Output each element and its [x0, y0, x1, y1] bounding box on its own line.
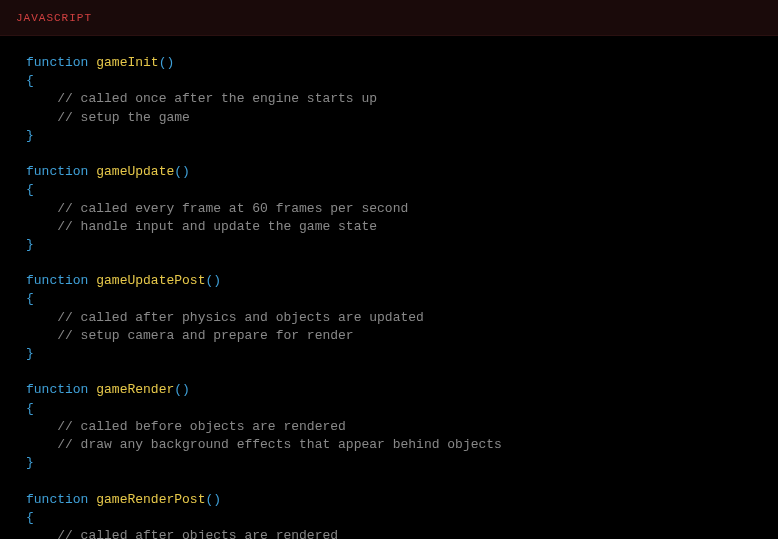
indent — [26, 91, 57, 106]
comment: // handle input and update the game stat… — [57, 219, 377, 234]
code-line: { — [8, 181, 770, 199]
code-line: } — [8, 236, 770, 254]
keyword: function — [26, 382, 88, 397]
code-line: } — [8, 454, 770, 472]
code-line: { — [8, 72, 770, 90]
code-line: // called before objects are rendered — [8, 418, 770, 436]
code-line: // called after physics and objects are … — [8, 309, 770, 327]
code-line: function gameRenderPost() — [8, 491, 770, 509]
blank-line — [8, 472, 770, 490]
code-line: // setup camera and prepare for render — [8, 327, 770, 345]
brace-close: } — [26, 237, 34, 252]
comment: // called after objects are rendered — [57, 528, 338, 539]
code-line: function gameInit() — [8, 54, 770, 72]
code-line: { — [8, 400, 770, 418]
indent — [26, 219, 57, 234]
code-line: // setup the game — [8, 109, 770, 127]
indent — [26, 419, 57, 434]
brace-open: { — [26, 291, 34, 306]
code-line: // handle input and update the game stat… — [8, 218, 770, 236]
brace-open: { — [26, 182, 34, 197]
keyword: function — [26, 55, 88, 70]
brace-open: { — [26, 73, 34, 88]
code-header: JAVASCRIPT — [0, 0, 778, 36]
indent — [26, 437, 57, 452]
keyword: function — [26, 492, 88, 507]
paren-close: ) — [166, 55, 174, 70]
paren-close: ) — [182, 164, 190, 179]
comment: // setup the game — [57, 110, 190, 125]
code-line: { — [8, 290, 770, 308]
brace-open: { — [26, 401, 34, 416]
blank-line — [8, 254, 770, 272]
comment: // draw any background effects that appe… — [57, 437, 502, 452]
paren-close: ) — [213, 492, 221, 507]
paren-open: ( — [174, 164, 182, 179]
brace-open: { — [26, 510, 34, 525]
blank-line — [8, 363, 770, 381]
code-line: // called every frame at 60 frames per s… — [8, 200, 770, 218]
brace-close: } — [26, 455, 34, 470]
function-name: gameRender — [96, 382, 174, 397]
keyword: function — [26, 164, 88, 179]
code-line: { — [8, 509, 770, 527]
indent — [26, 110, 57, 125]
brace-close: } — [26, 346, 34, 361]
blank-line — [8, 145, 770, 163]
function-name: gameRenderPost — [96, 492, 205, 507]
keyword: function — [26, 273, 88, 288]
function-name: gameUpdate — [96, 164, 174, 179]
code-line: function gameRender() — [8, 381, 770, 399]
indent — [26, 201, 57, 216]
comment: // called every frame at 60 frames per s… — [57, 201, 408, 216]
function-name: gameUpdatePost — [96, 273, 205, 288]
comment: // setup camera and prepare for render — [57, 328, 353, 343]
brace-close: } — [26, 128, 34, 143]
code-block: function gameInit() { // called once aft… — [0, 36, 778, 539]
code-line: } — [8, 345, 770, 363]
indent — [26, 528, 57, 539]
indent — [26, 328, 57, 343]
code-line: // called once after the engine starts u… — [8, 90, 770, 108]
code-line: function gameUpdatePost() — [8, 272, 770, 290]
code-line: // draw any background effects that appe… — [8, 436, 770, 454]
comment: // called once after the engine starts u… — [57, 91, 377, 106]
paren-close: ) — [182, 382, 190, 397]
language-label: JAVASCRIPT — [16, 12, 92, 24]
comment: // called after physics and objects are … — [57, 310, 424, 325]
indent — [26, 310, 57, 325]
comment: // called before objects are rendered — [57, 419, 346, 434]
code-line: // called after objects are rendered — [8, 527, 770, 539]
paren-open: ( — [174, 382, 182, 397]
function-name: gameInit — [96, 55, 158, 70]
paren-close: ) — [213, 273, 221, 288]
code-line: } — [8, 127, 770, 145]
code-line: function gameUpdate() — [8, 163, 770, 181]
